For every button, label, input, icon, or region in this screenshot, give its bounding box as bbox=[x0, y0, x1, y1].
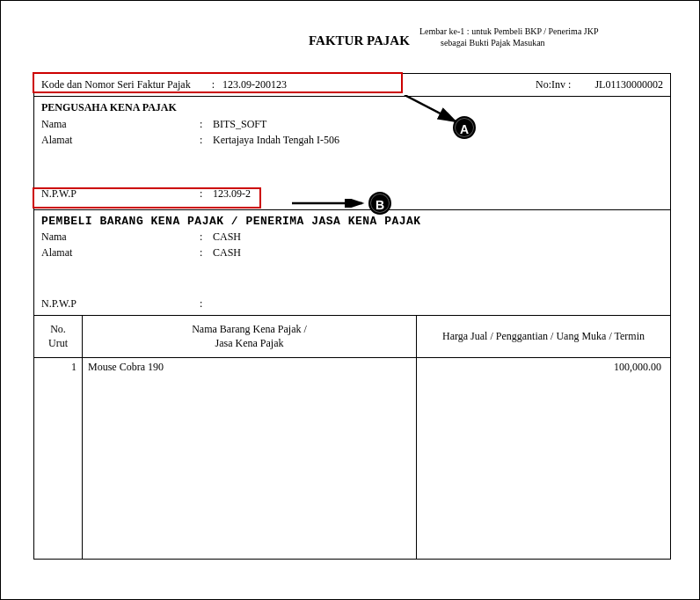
invoice-container: Kode dan Nomor Seri Faktur Pajak : 123.0… bbox=[33, 73, 671, 560]
row-harga: 100,000.00 bbox=[417, 358, 670, 559]
document-title: FAKTUR PAJAK bbox=[309, 33, 410, 48]
pkp-npwp-value: 123.09-2 bbox=[213, 187, 663, 201]
pkp-section: PENGUSAHA KENA PAJAK Nama : BITS_SOFT Al… bbox=[34, 97, 670, 210]
copy-line2: sebagai Bukti Pajak Masukan bbox=[419, 37, 599, 48]
pembeli-npwp-value bbox=[213, 297, 663, 311]
pembeli-alamat-label: Alamat bbox=[41, 246, 200, 260]
pembeli-section: PEMBELI BARANG KENA PAJAK / PENERIMA JAS… bbox=[34, 210, 670, 316]
pembeli-alamat-value: CASH bbox=[213, 246, 663, 260]
row-nama: Mouse Cobra 190 bbox=[83, 358, 417, 559]
noinv-label: No:Inv : bbox=[536, 78, 571, 91]
annotation-marker-b: B bbox=[368, 192, 391, 215]
col-nama-header: Nama Barang Kena Pajak / Jasa Kena Pajak bbox=[83, 316, 417, 357]
pembeli-npwp-label: N.P.W.P bbox=[41, 297, 200, 311]
kode-value: 123.09-200123 bbox=[222, 78, 287, 91]
item-table-header: No. Urut Nama Barang Kena Pajak / Jasa K… bbox=[34, 316, 670, 358]
pkp-header: PENGUSAHA KENA PAJAK bbox=[41, 101, 663, 114]
pkp-alamat-value: Kertajaya Indah Tengah I-506 bbox=[213, 134, 663, 147]
copy-line1: Lembar ke-1 : untuk Pembeli BKP / Peneri… bbox=[419, 26, 599, 37]
pembeli-nama-label: Nama bbox=[41, 230, 200, 244]
pkp-nama-value: BITS_SOFT bbox=[213, 118, 663, 131]
noinv-value: JL01130000002 bbox=[594, 78, 663, 91]
col-urut-header: No. Urut bbox=[34, 316, 83, 357]
item-table-body: 1 Mouse Cobra 190 100,000.00 bbox=[34, 358, 670, 559]
col-harga-header: Harga Jual / Penggantian / Uang Muka / T… bbox=[417, 316, 670, 357]
kode-label: Kode dan Nomor Seri Faktur Pajak bbox=[41, 78, 191, 91]
kode-left: Kode dan Nomor Seri Faktur Pajak : 123.0… bbox=[41, 78, 287, 91]
kode-section: Kode dan Nomor Seri Faktur Pajak : 123.0… bbox=[34, 74, 670, 97]
pkp-alamat-label: Alamat bbox=[41, 134, 200, 147]
pembeli-header: PEMBELI BARANG KENA PAJAK / PENERIMA JAS… bbox=[41, 215, 663, 228]
row-no: 1 bbox=[34, 358, 83, 559]
pkp-npwp-label: N.P.W.P bbox=[41, 187, 200, 201]
annotation-marker-a: A bbox=[453, 116, 476, 139]
pkp-nama-label: Nama bbox=[41, 118, 200, 131]
pembeli-nama-value: CASH bbox=[213, 230, 663, 244]
noinv: No:Inv : JL01130000002 bbox=[536, 78, 663, 91]
copy-notice: Lembar ke-1 : untuk Pembeli BKP / Peneri… bbox=[419, 26, 599, 48]
